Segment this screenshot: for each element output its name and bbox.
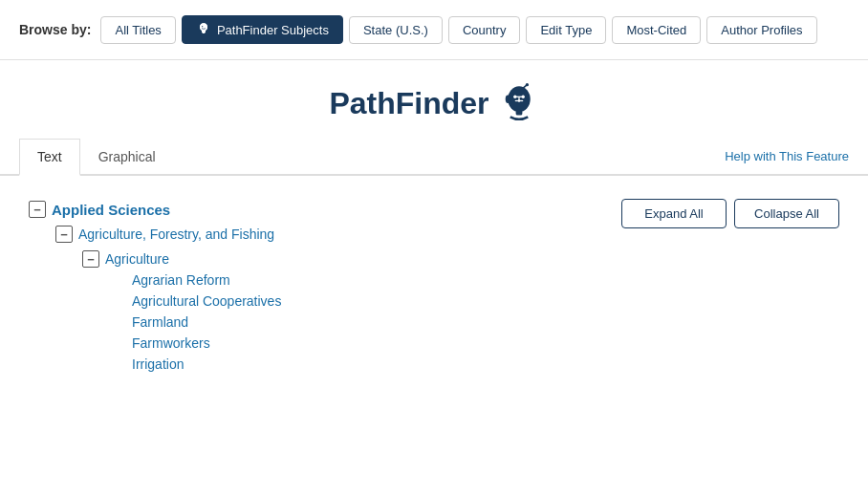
nav-pathfinder-subjects[interactable]: PathFinder Subjects [182, 15, 343, 44]
svg-rect-1 [202, 32, 206, 32]
svg-rect-5 [515, 111, 522, 116]
tree-label-agriculture-forestry: Agriculture, Forestry, and Fishing [78, 226, 274, 242]
list-item-agrarian-reform: Agrarian Reform [109, 270, 602, 291]
svg-point-8 [517, 99, 520, 102]
tree-node-row-agriculture[interactable]: − Agriculture [82, 248, 602, 270]
collapse-icon-applied-sciences[interactable]: − [29, 201, 46, 218]
tab-graphical[interactable]: Graphical [80, 139, 174, 176]
nav-pathfinder-label: PathFinder Subjects [217, 23, 329, 37]
content-area: − Applied Sciences − Agriculture, Forest… [0, 176, 868, 398]
tree-children-agriculture: Agrarian Reform Agricultural Cooperative… [109, 270, 602, 375]
link-irrigation[interactable]: Irrigation [132, 356, 184, 372]
link-agrarian-reform[interactable]: Agrarian Reform [132, 272, 230, 288]
nav-state[interactable]: State (U.S.) [349, 16, 443, 44]
nav-most-cited[interactable]: Most-Cited [612, 16, 701, 44]
tree-node-row-agriculture-forestry[interactable]: − Agriculture, Forestry, and Fishing [55, 224, 602, 245]
svg-point-9 [505, 96, 510, 103]
expand-all-button[interactable]: Expand All [621, 199, 727, 228]
browse-label: Browse by: [19, 22, 91, 37]
list-item-irrigation: Irrigation [109, 354, 602, 375]
hero-pathfinder-icon [499, 83, 539, 123]
tree-label-applied-sciences: Applied Sciences [52, 202, 170, 218]
tree-section: − Applied Sciences − Agriculture, Forest… [29, 195, 602, 378]
collapse-icon-agriculture[interactable]: − [82, 250, 99, 268]
tree-children-agriculture-forestry: − Agriculture Agrarian Reform Agricultur… [82, 248, 602, 375]
list-item-farmland: Farmland [109, 312, 602, 333]
hero-title: PathFinder [329, 86, 488, 121]
collapse-all-button[interactable]: Collapse All [734, 199, 839, 228]
hero-section: PathFinder [0, 60, 868, 139]
tree-node-row-applied-sciences[interactable]: − Applied Sciences [29, 199, 602, 220]
link-farmworkers[interactable]: Farmworkers [132, 335, 210, 351]
tab-text[interactable]: Text [19, 139, 80, 176]
tabs-row: Text Graphical Help with This Feature [0, 139, 868, 176]
pathfinder-head-icon [196, 22, 211, 37]
nav-author-profiles[interactable]: Author Profiles [706, 16, 816, 44]
svg-point-11 [525, 83, 528, 86]
nav-all-titles[interactable]: All Titles [100, 16, 175, 44]
tree-node-agriculture-forestry: − Agriculture, Forestry, and Fishing − A… [55, 224, 602, 375]
svg-rect-2 [203, 32, 206, 33]
svg-point-3 [202, 26, 203, 27]
top-nav: Browse by: All Titles PathFinder Subject… [0, 0, 868, 60]
list-item-farmworkers: Farmworkers [109, 333, 602, 354]
nav-buttons: All Titles PathFinder Subjects State (U.… [100, 15, 816, 44]
link-agricultural-cooperatives[interactable]: Agricultural Cooperatives [132, 293, 281, 309]
link-farmland[interactable]: Farmland [132, 314, 188, 330]
tabs-left: Text Graphical [19, 139, 174, 174]
actions-row: Expand All Collapse All [621, 199, 839, 228]
nav-country[interactable]: Country [448, 16, 521, 44]
tree-node-agriculture: − Agriculture Agrarian Reform Agricultur… [82, 248, 602, 375]
tree-node-applied-sciences: − Applied Sciences − Agriculture, Forest… [29, 199, 602, 375]
tree-label-agriculture: Agriculture [105, 251, 169, 267]
collapse-icon-agriculture-forestry[interactable]: − [55, 226, 73, 243]
nav-edit-type[interactable]: Edit Type [526, 16, 606, 44]
list-item-agricultural-cooperatives: Agricultural Cooperatives [109, 291, 602, 312]
help-link[interactable]: Help with This Feature [725, 149, 849, 163]
actions-section: Expand All Collapse All [621, 195, 839, 378]
tree-children-applied-sciences: − Agriculture, Forestry, and Fishing − A… [55, 224, 602, 375]
